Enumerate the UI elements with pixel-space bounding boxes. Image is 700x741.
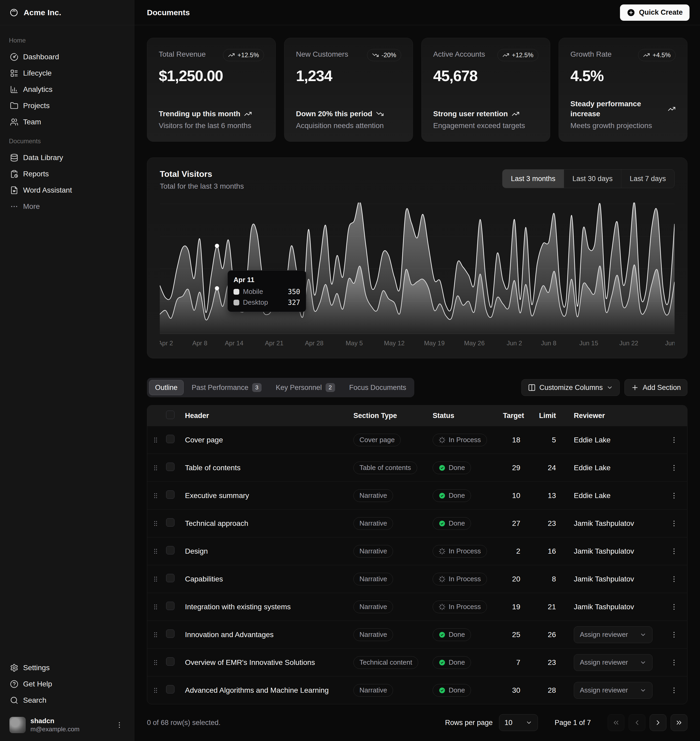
sidebar-item-settings[interactable]: Settings: [6, 660, 128, 676]
sidebar-item-search[interactable]: Search: [6, 692, 128, 709]
sidebar-item-label: Reports: [23, 170, 49, 178]
rows-per-page-select[interactable]: 10: [499, 714, 538, 731]
row-checkbox[interactable]: [166, 463, 175, 471]
rows-per-page-label: Rows per page: [445, 719, 493, 727]
assign-reviewer-select[interactable]: Assign reviewer: [574, 682, 653, 699]
trend-down-icon: [376, 110, 384, 118]
assign-reviewer-select[interactable]: Assign reviewer: [574, 626, 653, 643]
row-checkbox[interactable]: [166, 685, 175, 694]
range-option-last-3-months[interactable]: Last 3 months: [503, 169, 564, 188]
sidebar-item-dashboard[interactable]: Dashboard: [6, 49, 128, 65]
row-checkbox[interactable]: [166, 546, 175, 554]
previous-page-button[interactable]: [629, 714, 646, 731]
ellipsis-icon: [10, 202, 18, 211]
sidebar-item-reports[interactable]: Reports: [6, 166, 128, 182]
row-status-cell: In Process: [431, 573, 501, 585]
sidebar-item-label: Lifecycle: [23, 69, 52, 77]
trend-up-icon: [643, 52, 650, 59]
row-checkbox[interactable]: [166, 602, 175, 610]
range-option-last-7-days[interactable]: Last 7 days: [621, 169, 674, 188]
row-limit-cell: 23: [525, 519, 561, 528]
row-checkbox[interactable]: [166, 435, 175, 443]
row-drag-handle[interactable]: [150, 490, 161, 501]
row-header-cell: Advanced Algorithms and Machine Learning: [183, 686, 351, 695]
sidebar-item-data-library[interactable]: Data Library: [6, 150, 128, 166]
tooltip-series-name: Mobile: [243, 288, 284, 296]
reviewer-name: Jamik Tashpulatov: [574, 547, 634, 555]
row-drag-handle[interactable]: [150, 601, 161, 613]
grip-icon: [152, 603, 159, 610]
row-checkbox[interactable]: [166, 490, 175, 499]
tab-focus-documents[interactable]: Focus Documents: [343, 380, 412, 395]
row-actions-button[interactable]: [669, 435, 679, 445]
assign-reviewer-select[interactable]: Assign reviewer: [574, 654, 653, 671]
row-actions-button[interactable]: [669, 490, 679, 501]
row-type-cell: Table of contents: [351, 462, 431, 474]
row-actions-button[interactable]: [669, 574, 679, 584]
sidebar-item-analytics[interactable]: Analytics: [6, 81, 128, 98]
row-actions-button[interactable]: [669, 463, 679, 473]
row-actions-button[interactable]: [669, 657, 679, 668]
next-page-button[interactable]: [650, 714, 666, 731]
table-row: Cover pageCover pageIn Process185Eddie L…: [147, 426, 687, 454]
pager: [607, 714, 687, 731]
row-actions-button[interactable]: [669, 518, 679, 529]
last-page-button[interactable]: [671, 714, 687, 731]
brand-name: Acme Inc.: [24, 8, 62, 17]
range-option-last-30-days[interactable]: Last 30 days: [564, 169, 621, 188]
grip-icon: [152, 437, 159, 444]
row-limit-cell: 5: [525, 436, 561, 444]
check-circle-icon: [439, 465, 446, 471]
tab-count-badge: 3: [252, 383, 262, 392]
grip-icon: [152, 631, 159, 638]
quick-create-button[interactable]: Quick Create: [620, 4, 690, 21]
user-menu[interactable]: shadcn m@example.com: [6, 714, 128, 736]
row-target-cell: 30: [501, 686, 525, 695]
row-drag-handle[interactable]: [150, 462, 161, 473]
sidebar-item-team[interactable]: Team: [6, 114, 128, 130]
tab-key-personnel[interactable]: Key Personnel2: [270, 380, 341, 395]
chevron-right-icon: [654, 719, 662, 726]
trend-up-icon: [512, 110, 519, 118]
sidebar-item-more[interactable]: More: [6, 198, 128, 215]
row-checkbox[interactable]: [166, 629, 175, 638]
sidebar-item-lifecycle[interactable]: Lifecycle: [6, 65, 128, 81]
user-menu-button[interactable]: [114, 720, 125, 730]
row-drag-handle[interactable]: [150, 685, 161, 696]
row-actions-button[interactable]: [669, 546, 679, 557]
chevrons-left-icon: [612, 719, 620, 726]
row-drag-handle[interactable]: [150, 434, 161, 446]
svg-text:Jun 22: Jun 22: [619, 340, 638, 347]
status-badge: Done: [432, 628, 471, 641]
row-limit-cell: 13: [525, 491, 561, 500]
brand[interactable]: Acme Inc.: [0, 0, 134, 25]
row-checkbox[interactable]: [166, 518, 175, 526]
row-actions-button[interactable]: [669, 629, 679, 640]
row-limit-cell: 26: [525, 631, 561, 639]
reviewer-name: Eddie Lake: [574, 464, 610, 472]
row-checkbox[interactable]: [166, 657, 175, 666]
sidebar-section-label-home: Home: [6, 29, 128, 49]
sidebar-item-projects[interactable]: Projects: [6, 98, 128, 114]
row-drag-handle[interactable]: [150, 629, 161, 641]
row-actions-button[interactable]: [669, 602, 679, 612]
add-section-button[interactable]: Add Section: [624, 379, 687, 396]
tab-label: Focus Documents: [349, 384, 406, 392]
tab-outline[interactable]: Outline: [149, 380, 184, 395]
row-target-cell: 25: [501, 631, 525, 639]
row-actions-button[interactable]: [669, 685, 679, 695]
first-page-button[interactable]: [607, 714, 624, 731]
row-drag-handle[interactable]: [150, 573, 161, 585]
status-label: In Process: [449, 575, 481, 583]
sidebar-item-word-assistant[interactable]: Word Assistant: [6, 182, 128, 198]
tab-past-performance[interactable]: Past Performance3: [186, 380, 268, 395]
row-drag-handle[interactable]: [150, 657, 161, 668]
row-drag-handle[interactable]: [150, 545, 161, 557]
row-checkbox[interactable]: [166, 574, 175, 582]
row-drag-handle[interactable]: [150, 518, 161, 529]
ellipsis-vertical-icon: [670, 492, 678, 500]
sidebar-item-get-help[interactable]: Get Help: [6, 676, 128, 692]
column-section-type: Section Type: [351, 412, 431, 420]
customize-columns-button[interactable]: Customize Columns: [521, 379, 620, 396]
select-all-checkbox[interactable]: [166, 411, 175, 419]
